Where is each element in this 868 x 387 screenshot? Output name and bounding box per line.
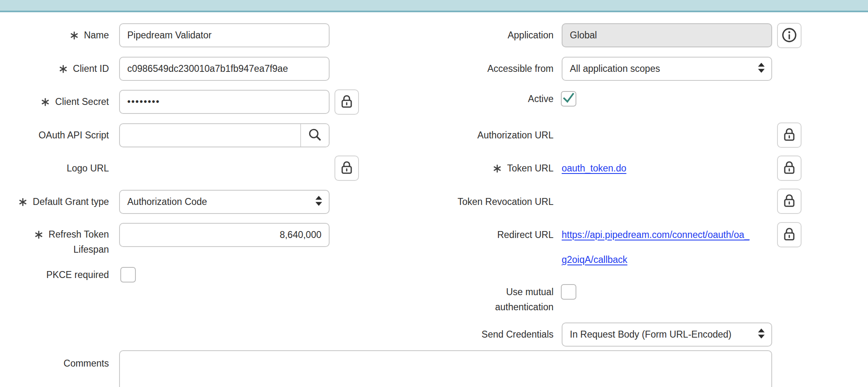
default-grant-type-selected-value: Authorization Code <box>127 196 207 207</box>
use-mutual-authentication-label: Use mutual authentication <box>388 285 554 315</box>
oauth-api-script-reference-field <box>119 123 330 147</box>
redirect-url-link-line1[interactable]: https://api.pipedream.com/connect/oauth/… <box>562 222 782 247</box>
info-icon <box>781 27 797 44</box>
lock-icon <box>782 193 797 210</box>
token-url-value: oauth_token.do <box>562 156 627 180</box>
send-credentials-selected-value: In Request Body (Form URL-Encoded) <box>570 329 731 340</box>
required-asterisk-icon <box>493 164 502 173</box>
send-credentials-label: Send Credentials <box>388 322 554 347</box>
lock-icon <box>782 127 797 144</box>
lock-icon <box>339 160 354 177</box>
oauth-api-script-label: OAuth API Script <box>0 123 109 147</box>
default-grant-type-select[interactable]: Authorization Code <box>119 190 330 214</box>
oauth-api-script-input[interactable] <box>120 124 300 147</box>
refresh-token-lifespan-label: Refresh Token Lifespan <box>0 227 109 257</box>
client-secret-input[interactable] <box>119 90 330 114</box>
token-url-label: Token URL <box>388 156 554 180</box>
select-arrows-icon <box>757 62 765 75</box>
accessible-from-selected-value: All application scopes <box>570 63 660 74</box>
logo-url-lock-button[interactable] <box>334 156 359 181</box>
redirect-url-link-line2[interactable]: g2oiqA/callback <box>562 247 782 272</box>
active-checkbox[interactable] <box>561 91 576 107</box>
active-label: Active <box>388 88 554 109</box>
token-url-lock-button[interactable] <box>777 156 802 181</box>
search-icon <box>308 127 322 143</box>
name-input[interactable] <box>119 23 330 47</box>
comments-textarea[interactable] <box>119 350 772 387</box>
required-asterisk-icon <box>34 230 43 239</box>
required-asterisk-icon <box>59 64 68 73</box>
authorization-url-label: Authorization URL <box>388 123 554 147</box>
lock-icon <box>782 160 797 177</box>
redirect-url-lock-button[interactable] <box>777 222 802 247</box>
application-input <box>562 23 772 47</box>
application-label: Application <box>388 23 554 47</box>
name-label: Name <box>0 23 109 47</box>
select-arrows-icon <box>315 196 323 208</box>
comments-label: Comments <box>0 354 109 372</box>
required-asterisk-icon <box>70 31 79 40</box>
accessible-from-label: Accessible from <box>388 57 554 81</box>
redirect-url-value: https://api.pipedream.com/connect/oauth/… <box>562 222 782 272</box>
default-grant-type-label: Default Grant type <box>0 190 109 214</box>
required-asterisk-icon <box>41 98 50 107</box>
pkce-required-checkbox[interactable] <box>120 267 136 282</box>
redirect-url-label: Redirect URL <box>388 223 554 247</box>
client-secret-lock-button[interactable] <box>334 89 359 115</box>
client-id-input[interactable] <box>119 57 330 81</box>
token-url-link[interactable]: oauth_token.do <box>562 163 627 174</box>
pkce-required-label: PKCE required <box>0 267 109 282</box>
use-mutual-authentication-checkbox[interactable] <box>561 284 576 300</box>
refresh-token-lifespan-input[interactable] <box>119 223 330 247</box>
checkmark-icon <box>562 91 576 107</box>
required-asterisk-icon <box>18 198 27 207</box>
application-info-button[interactable] <box>777 23 802 48</box>
send-credentials-select[interactable]: In Request Body (Form URL-Encoded) <box>562 322 772 347</box>
client-secret-label: Client Secret <box>0 90 109 114</box>
oauth-api-script-lookup-button[interactable] <box>300 124 329 147</box>
lock-icon <box>782 226 797 243</box>
lock-icon <box>339 93 354 111</box>
select-arrows-icon <box>757 328 765 341</box>
token-revocation-url-label: Token Revocation URL <box>388 190 554 214</box>
authorization-url-lock-button[interactable] <box>777 122 802 148</box>
accessible-from-select[interactable]: All application scopes <box>562 57 772 81</box>
token-revocation-url-lock-button[interactable] <box>777 189 802 214</box>
logo-url-label: Logo URL <box>0 156 109 180</box>
form-header-bar <box>0 0 868 12</box>
client-id-label: Client ID <box>0 57 109 81</box>
oauth-application-registry-form: Name Client ID Client Secret OAuth API S… <box>0 0 868 387</box>
